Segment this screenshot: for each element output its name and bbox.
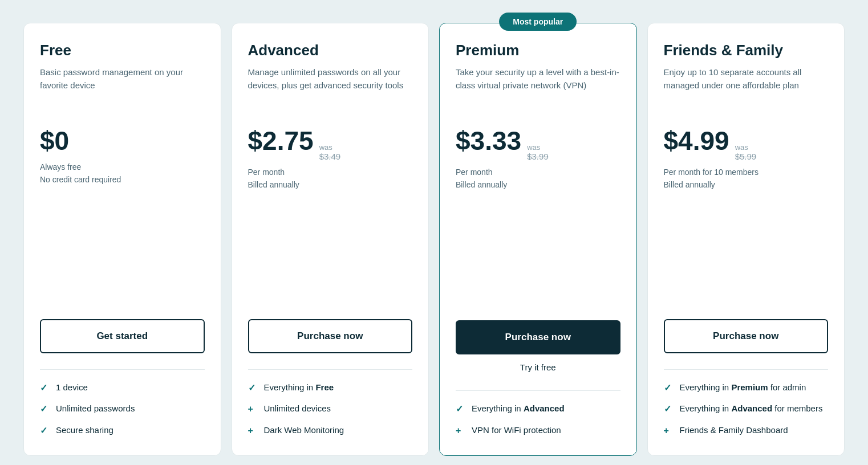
cta-button-free[interactable]: Get started — [40, 319, 205, 353]
price-was-block: was$5.99 — [735, 143, 757, 161]
price-was-label: was — [527, 143, 540, 152]
feature-item: ✓Everything in Advanced for members — [664, 402, 829, 415]
plan-wrapper-premium: Most popularPremiumTake your security up… — [439, 23, 637, 456]
plan-card-free: FreeBasic password management on your fa… — [23, 23, 221, 456]
plan-name: Friends & Family — [664, 42, 829, 59]
price-was-amount: $5.99 — [735, 152, 757, 161]
feature-item: ✓Everything in Premium for admin — [664, 381, 829, 394]
price-sub: Always freeNo credit card required — [40, 161, 205, 186]
plan-description: Take your security up a level with a bes… — [456, 66, 620, 107]
price-was-label: was — [735, 143, 748, 152]
check-icon: ✓ — [40, 403, 50, 415]
feature-text: Unlimited passwords — [56, 402, 135, 414]
price-amount: $3.33 — [456, 125, 521, 156]
feature-text: VPN for WiFi protection — [472, 424, 561, 436]
feature-text: Everything in Free — [264, 381, 334, 393]
plan-wrapper-free: FreeBasic password management on your fa… — [23, 23, 221, 456]
price-was-amount: $3.99 — [527, 152, 549, 161]
feature-text: Unlimited devices — [264, 402, 331, 414]
plan-description: Basic password management on your favori… — [40, 66, 205, 107]
price-was-label: was — [319, 143, 332, 152]
feature-text: 1 device — [56, 381, 88, 393]
features-divider — [248, 369, 413, 370]
feature-text: Friends & Family Dashboard — [680, 424, 788, 436]
price-amount: $4.99 — [664, 125, 729, 156]
price-sub: Per monthBilled annually — [248, 166, 413, 191]
feature-item: +Friends & Family Dashboard — [664, 424, 829, 437]
pricing-container: FreeBasic password management on your fa… — [23, 23, 845, 456]
plus-icon: + — [456, 425, 466, 437]
features-divider — [664, 369, 829, 370]
feature-item: +VPN for WiFi protection — [456, 424, 620, 437]
price-section: $2.75was$3.49 — [248, 125, 413, 161]
feature-item: ✓Secure sharing — [40, 424, 205, 437]
plan-description: Manage unlimited passwords on all your d… — [248, 66, 413, 107]
check-icon: ✓ — [40, 382, 50, 394]
feature-text: Dark Web Monitoring — [264, 424, 344, 436]
feature-item: ✓Everything in Free — [248, 381, 413, 394]
price-sub: Per month for 10 membersBilled annually — [664, 166, 829, 191]
feature-list: ✓1 device✓Unlimited passwords✓Secure sha… — [40, 381, 205, 437]
cta-button-friends-family[interactable]: Purchase now — [664, 319, 829, 353]
price-section: $3.33was$3.99 — [456, 125, 620, 161]
price-amount: $0 — [40, 125, 69, 156]
features-divider — [40, 369, 205, 370]
price-was-amount: $3.49 — [319, 152, 341, 161]
plan-card-advanced: AdvancedManage unlimited passwords on al… — [232, 23, 429, 456]
price-section: $0 — [40, 125, 205, 156]
feature-text: Everything in Premium for admin — [680, 381, 806, 393]
features-divider — [456, 390, 620, 391]
try-free-link[interactable]: Try it free — [456, 362, 620, 372]
plan-card-premium: PremiumTake your security up a level wit… — [439, 23, 637, 456]
price-was-block: was$3.49 — [319, 143, 341, 161]
cta-button-premium[interactable]: Purchase now — [456, 320, 620, 354]
plan-wrapper-advanced: AdvancedManage unlimited passwords on al… — [232, 23, 429, 456]
check-icon: ✓ — [664, 403, 674, 415]
feature-text: Everything in Advanced — [472, 402, 565, 414]
feature-item: ✓Everything in Advanced — [456, 402, 620, 415]
check-icon: ✓ — [40, 425, 50, 437]
feature-item: ✓Unlimited passwords — [40, 402, 205, 415]
plus-icon: + — [248, 403, 258, 415]
price-amount: $2.75 — [248, 125, 314, 156]
popular-badge: Most popular — [499, 13, 577, 31]
plan-card-friends-family: Friends & FamilyEnjoy up to 10 separate … — [647, 23, 845, 456]
plan-name: Free — [40, 42, 205, 59]
check-icon: ✓ — [248, 382, 258, 394]
feature-list: ✓Everything in Advanced+VPN for WiFi pro… — [456, 402, 620, 437]
feature-item: +Dark Web Monitoring — [248, 424, 413, 437]
price-section: $4.99was$5.99 — [664, 125, 829, 161]
feature-text: Everything in Advanced for members — [680, 402, 823, 414]
price-was-block: was$3.99 — [527, 143, 549, 161]
check-icon: ✓ — [456, 403, 466, 415]
plan-name: Advanced — [248, 42, 413, 59]
feature-item: +Unlimited devices — [248, 402, 413, 415]
plan-description: Enjoy up to 10 separate accounts all man… — [664, 66, 829, 107]
price-sub: Per monthBilled annually — [456, 166, 620, 191]
feature-item: ✓1 device — [40, 381, 205, 394]
plus-icon: + — [248, 425, 258, 437]
plan-name: Premium — [456, 42, 620, 59]
cta-button-advanced[interactable]: Purchase now — [248, 319, 413, 353]
plus-icon: + — [664, 425, 674, 437]
feature-text: Secure sharing — [56, 424, 113, 436]
feature-list: ✓Everything in Premium for admin✓Everyth… — [664, 381, 829, 437]
check-icon: ✓ — [664, 382, 674, 394]
feature-list: ✓Everything in Free+Unlimited devices+Da… — [248, 381, 413, 437]
plan-wrapper-friends-family: Friends & FamilyEnjoy up to 10 separate … — [647, 23, 845, 456]
